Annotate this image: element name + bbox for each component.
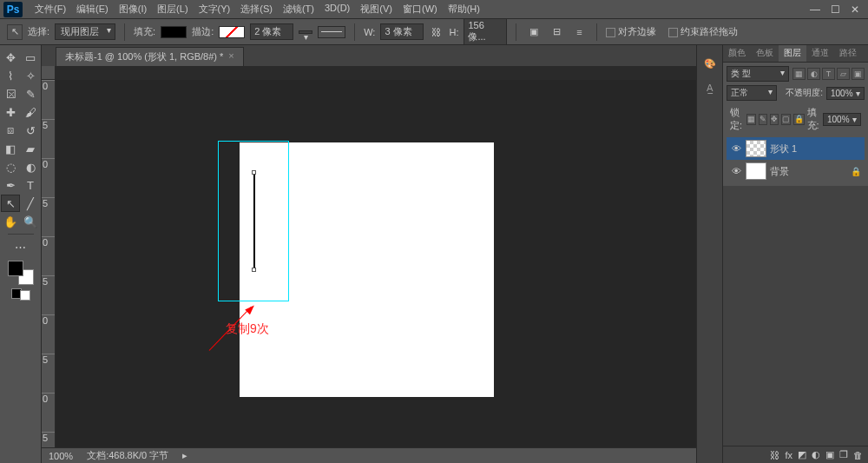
default-colors-icon[interactable] bbox=[11, 288, 30, 301]
menu-窗口(W)[interactable]: 窗口(W) bbox=[398, 1, 443, 17]
tab-color[interactable]: 颜色 bbox=[723, 45, 751, 62]
menu-图层(L)[interactable]: 图层(L) bbox=[152, 1, 193, 17]
path-selection-tool[interactable]: ↖ bbox=[1, 195, 20, 212]
close-button[interactable]: ✕ bbox=[851, 3, 859, 16]
group-icon[interactable]: ▣ bbox=[825, 449, 834, 460]
eraser-tool[interactable]: ◧ bbox=[1, 140, 20, 157]
layer-filter-dropdown[interactable]: 类 型 bbox=[727, 66, 789, 82]
link-layers-icon[interactable]: ⛓ bbox=[770, 450, 779, 460]
filter-adjust-icon[interactable]: ◐ bbox=[807, 68, 820, 80]
path-align-icon[interactable]: ⊟ bbox=[548, 24, 565, 40]
document-tab[interactable]: 未标题-1 @ 100% (形状 1, RGB/8#) * × bbox=[56, 47, 244, 66]
tab-swatches[interactable]: 色板 bbox=[751, 45, 779, 62]
delete-layer-icon[interactable]: 🗑 bbox=[853, 450, 863, 460]
zoom-tool[interactable]: 🔍 bbox=[21, 213, 40, 230]
marquee-tool[interactable]: ▭ bbox=[21, 49, 40, 66]
adjustment-layer-icon[interactable]: ◐ bbox=[812, 449, 820, 460]
foreground-color-swatch[interactable] bbox=[8, 261, 23, 276]
new-layer-icon[interactable]: ❐ bbox=[839, 449, 848, 460]
menu-文字(Y)[interactable]: 文字(Y) bbox=[194, 1, 236, 17]
zoom-level[interactable]: 100% bbox=[49, 451, 73, 461]
history-panel-icon[interactable]: 🎨 bbox=[702, 56, 718, 71]
path-selection-tool-icon[interactable]: ↖ bbox=[7, 24, 23, 40]
constrain-path-checkbox[interactable]: 约束路径拖动 bbox=[668, 25, 738, 38]
tab-paths[interactable]: 路径 bbox=[834, 45, 862, 62]
menu-图像(I)[interactable]: 图像(I) bbox=[114, 1, 152, 17]
path-operations-icon[interactable]: ▣ bbox=[525, 24, 542, 40]
type-tool[interactable]: T bbox=[21, 176, 40, 194]
stroke-swatch[interactable] bbox=[219, 26, 245, 38]
menu-编辑(E)[interactable]: 编辑(E) bbox=[71, 1, 114, 17]
opacity-input[interactable]: 100% bbox=[826, 87, 865, 100]
close-tab-icon[interactable]: × bbox=[228, 50, 233, 63]
lock-image-icon[interactable]: ✎ bbox=[759, 114, 767, 125]
fill-opacity-input[interactable]: 100% bbox=[823, 113, 861, 126]
filter-pixel-icon[interactable]: ▦ bbox=[792, 68, 806, 80]
menu-文件(F)[interactable]: 文件(F) bbox=[30, 1, 71, 17]
fill-opacity-label: 填充: bbox=[807, 106, 821, 132]
magic-wand-tool[interactable]: ✧ bbox=[21, 67, 40, 84]
minimize-button[interactable]: — bbox=[810, 3, 820, 16]
spot-heal-tool[interactable]: ✚ bbox=[1, 103, 20, 121]
width-input[interactable]: 3 像素 bbox=[380, 23, 424, 40]
filter-smart-icon[interactable]: ▣ bbox=[852, 68, 865, 80]
select-target-dropdown[interactable]: 现用图层 bbox=[55, 23, 115, 40]
stroke-width-input[interactable]: 2 像素 bbox=[250, 23, 293, 40]
pen-tool[interactable]: ✒ bbox=[1, 176, 20, 194]
stroke-width-dropdown[interactable] bbox=[299, 30, 312, 34]
gradient-tool[interactable]: ▰ bbox=[21, 140, 40, 157]
layer-thumbnail[interactable] bbox=[746, 162, 766, 180]
tab-channels[interactable]: 通道 bbox=[806, 45, 834, 62]
layer-row[interactable]: 👁形状 1 bbox=[727, 137, 865, 160]
layer-mask-icon[interactable]: ◩ bbox=[798, 449, 806, 460]
menu-滤镜(T)[interactable]: 滤镜(T) bbox=[278, 1, 319, 17]
fill-swatch[interactable] bbox=[161, 26, 187, 38]
layer-name[interactable]: 背景 bbox=[770, 165, 789, 178]
layer-thumbnail[interactable] bbox=[746, 140, 766, 157]
lock-transparency-icon[interactable]: ▦ bbox=[746, 114, 756, 125]
menu-视图(V)[interactable]: 视图(V) bbox=[355, 1, 398, 17]
color-swatches[interactable] bbox=[8, 261, 34, 285]
move-tool[interactable]: ✥ bbox=[1, 49, 20, 66]
history-brush-tool[interactable]: ↺ bbox=[21, 122, 40, 139]
lock-all-icon[interactable]: 🔒 bbox=[793, 114, 805, 125]
filter-shape-icon[interactable]: ▱ bbox=[837, 68, 850, 80]
stroke-type-dropdown[interactable] bbox=[318, 26, 345, 38]
clone-stamp-tool[interactable]: ⧇ bbox=[1, 122, 20, 139]
ruler-origin[interactable] bbox=[42, 66, 56, 80]
layer-style-icon[interactable]: fx bbox=[785, 450, 792, 460]
path-arrange-icon[interactable]: ≡ bbox=[570, 24, 588, 40]
document-info[interactable]: 文档:468.8K/0 字节 bbox=[87, 449, 168, 462]
visibility-toggle-icon[interactable]: 👁 bbox=[730, 143, 742, 154]
line-tool[interactable]: ╱ bbox=[21, 195, 40, 212]
blur-tool[interactable]: ◌ bbox=[1, 158, 20, 175]
layer-name[interactable]: 形状 1 bbox=[770, 142, 797, 155]
maximize-button[interactable]: ☐ bbox=[831, 3, 840, 16]
visibility-toggle-icon[interactable]: 👁 bbox=[730, 166, 742, 176]
lock-position-icon[interactable]: ✥ bbox=[770, 114, 779, 125]
crop-tool[interactable]: ⮽ bbox=[1, 85, 20, 103]
character-panel-icon[interactable]: A̲ bbox=[702, 80, 718, 96]
vertical-ruler[interactable]: 0505050505 bbox=[42, 80, 56, 447]
eyedropper-tool[interactable]: ✎ bbox=[21, 85, 40, 103]
lock-artboard-icon[interactable]: ▢ bbox=[781, 114, 791, 125]
menu-帮助(H)[interactable]: 帮助(H) bbox=[443, 1, 485, 17]
height-input[interactable]: 156 像... bbox=[464, 18, 507, 45]
lasso-tool[interactable]: ⌇ bbox=[1, 67, 20, 84]
link-wh-icon[interactable]: ⛓ bbox=[429, 27, 444, 37]
brush-tool[interactable]: 🖌 bbox=[21, 103, 40, 121]
layer-row[interactable]: 👁背景🔒 bbox=[727, 160, 865, 182]
canvas-viewport[interactable]: 复制9次 bbox=[56, 80, 696, 447]
filter-type-icon[interactable]: T bbox=[822, 68, 835, 80]
blend-mode-dropdown[interactable]: 正常 bbox=[727, 85, 777, 101]
layers-panel: 类 型 ▦ ◐ T ▱ ▣ 正常 不透明度: 100% 锁定: ▦ ✎ ✥ ▢ bbox=[723, 63, 868, 186]
edit-toolbar-icon[interactable]: ⋯ bbox=[11, 238, 30, 255]
menu-3D(D)[interactable]: 3D(D) bbox=[319, 1, 355, 17]
tab-layers[interactable]: 图层 bbox=[779, 45, 806, 62]
dodge-tool[interactable]: ◐ bbox=[21, 158, 40, 175]
align-edges-checkbox[interactable]: 对齐边缘 bbox=[606, 25, 656, 38]
menu-选择(S)[interactable]: 选择(S) bbox=[235, 1, 278, 17]
status-bar: 100% 文档:468.8K/0 字节 ▸ bbox=[42, 447, 696, 463]
hand-tool[interactable]: ✋ bbox=[1, 213, 20, 230]
status-chevron-icon[interactable]: ▸ bbox=[182, 450, 187, 461]
